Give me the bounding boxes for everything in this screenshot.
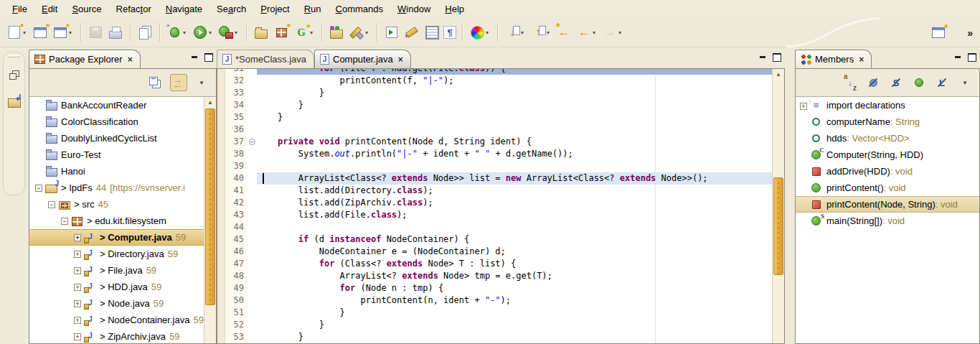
line-number[interactable]: 53: [225, 331, 248, 343]
annotation-ruler[interactable]: [217, 69, 225, 343]
expander-icon[interactable]: −: [48, 201, 55, 208]
code-line-53[interactable]: 53 }: [225, 331, 784, 343]
sort-button[interactable]: ↓: [842, 74, 859, 91]
last-edit-location-button[interactable]: ←: [554, 23, 574, 42]
dropdown-arrow-icon[interactable]: ▾: [209, 29, 215, 36]
member-item-main-string[interactable]: Smain(String[]) : void: [796, 213, 979, 229]
code-line-44[interactable]: 44: [225, 221, 784, 233]
show-public-button[interactable]: [910, 74, 928, 91]
code-line-31[interactable]: 31 for (File f : hdd.get(File.class)) {: [225, 69, 784, 75]
dropdown-arrow-icon[interactable]: ▾: [618, 29, 624, 36]
tree-item-bankaccountreader[interactable]: BankAccountReader: [29, 97, 216, 113]
close-icon[interactable]: ×: [859, 55, 864, 65]
editor-tab-someclass-java[interactable]: J*SomeClass.java: [217, 50, 314, 68]
dropdown-arrow-icon[interactable]: ▾: [365, 29, 371, 36]
line-number[interactable]: 52: [225, 319, 248, 331]
code-line-38[interactable]: 38 System.out.println("|-" + ident + " "…: [225, 148, 784, 160]
previous-annotation-button[interactable]: ↑▾: [528, 23, 554, 42]
line-number[interactable]: 42: [225, 197, 248, 209]
code-line-41[interactable]: 41 list.add(Directory.class);: [225, 185, 784, 197]
tree-item-ipdfs[interactable]: −> IpdFs44[https://svnserver.i: [29, 180, 216, 196]
expander-icon[interactable]: +: [74, 251, 81, 258]
member-item-import-declarations[interactable]: +≡import declarations: [796, 97, 979, 113]
scroll-up-icon[interactable]: ▲: [773, 69, 784, 79]
tree-item-directory-java[interactable]: +J> Directory.java59: [29, 246, 216, 262]
line-number[interactable]: 45: [225, 233, 248, 246]
line-number[interactable]: 41: [225, 185, 248, 197]
menu-refactor[interactable]: Refactor: [110, 1, 158, 17]
menu-source[interactable]: Source: [65, 1, 108, 17]
member-item-adddrive-hdd[interactable]: addDrive(HDD) : void: [796, 163, 979, 180]
expander-icon[interactable]: +: [74, 234, 81, 241]
code-line-39[interactable]: 39: [225, 160, 784, 172]
show-paragraphs-button[interactable]: ¶: [442, 25, 458, 39]
new-package-button[interactable]: [271, 23, 291, 42]
tree-item-src[interactable]: −> src45: [29, 196, 216, 213]
toolbar-overflow-chevron[interactable]: »: [963, 27, 977, 39]
dropdown-arrow-icon[interactable]: ▾: [69, 29, 75, 36]
code-line-51[interactable]: 51 }: [225, 307, 784, 319]
view-menu-button[interactable]: [193, 74, 210, 91]
hide-fields-button[interactable]: [864, 74, 882, 91]
expander-icon[interactable]: −: [61, 218, 68, 225]
fast-view-drag-handle[interactable]: [8, 55, 20, 57]
line-number[interactable]: 32: [225, 75, 248, 87]
line-number[interactable]: 43: [225, 209, 248, 221]
debug-button[interactable]: ▾: [164, 23, 190, 42]
tree-item-edu-kit-filesystem[interactable]: −> edu.kit.filesystem: [29, 213, 216, 229]
tree-item-doublylinkedcycliclist[interactable]: DoublyLinkedCyclicList: [29, 130, 216, 147]
hide-static-button[interactable]: S: [887, 74, 905, 91]
expander-icon[interactable]: +: [74, 300, 81, 307]
code-line-49[interactable]: 49 for (Node n : tmp) {: [225, 282, 784, 294]
minimize-button[interactable]: [189, 52, 199, 62]
hide-local-button[interactable]: L: [933, 74, 951, 91]
back-button[interactable]: ←▾: [574, 23, 600, 42]
line-number[interactable]: 46: [225, 246, 248, 258]
line-number[interactable]: 51: [225, 307, 248, 319]
tree-item-colorclassification[interactable]: ColorClassification: [29, 113, 216, 130]
line-number[interactable]: 40: [225, 172, 248, 185]
view-menu-button[interactable]: [956, 74, 974, 91]
tree-item-euro-test[interactable]: Euro-Test: [29, 147, 216, 163]
fast-view-folder-icon[interactable]: [6, 93, 22, 109]
line-number[interactable]: 31: [225, 69, 248, 75]
copy-resource-button[interactable]: [135, 23, 155, 42]
search-button[interactable]: ▾: [347, 23, 372, 42]
link-with-editor-button[interactable]: [170, 74, 187, 91]
member-item-computer-string-hdd[interactable]: CComputer(String, HDD): [796, 147, 979, 163]
close-icon[interactable]: ×: [128, 55, 133, 65]
code-editor[interactable]: 31 for (File f : hdd.get(File.class)) {3…: [225, 69, 784, 343]
code-line-35[interactable]: 35 }: [225, 111, 784, 124]
color-palette-button[interactable]: ▾: [467, 23, 493, 42]
line-number[interactable]: 44: [225, 221, 248, 233]
line-number[interactable]: 38: [225, 148, 248, 160]
member-item-printcontent-node-string[interactable]: printContent(Node, String) : void: [796, 196, 979, 213]
highlighter-button[interactable]: [402, 23, 422, 42]
dropdown-arrow-icon[interactable]: ▾: [593, 29, 598, 36]
code-line-36[interactable]: 36: [225, 124, 784, 136]
member-item-computername[interactable]: computerName : String: [796, 113, 979, 130]
code-line-52[interactable]: 52 }: [225, 319, 784, 331]
tree-item-computer-java[interactable]: +J> Computer.java59: [29, 229, 216, 246]
print-button[interactable]: [105, 23, 126, 42]
code-line-43[interactable]: 43 list.add(File.class);: [225, 209, 784, 221]
line-number[interactable]: 37: [225, 136, 248, 148]
dropdown-arrow-icon[interactable]: ▾: [235, 29, 240, 36]
tab-members[interactable]: Members ×: [795, 50, 872, 68]
menu-run[interactable]: Run: [298, 1, 328, 17]
tree-item-ziparchiv-java[interactable]: +J> ZipArchiv.java59: [29, 328, 216, 344]
tree-item-file-java[interactable]: +J> File.java59: [29, 262, 216, 279]
code-line-42[interactable]: 42 list.add(ZipArchiv.class);: [225, 197, 784, 209]
new-wizard-button[interactable]: ▾: [4, 23, 30, 42]
save-button[interactable]: [85, 23, 105, 42]
code-line-32[interactable]: 32 printContent(f, "|-");: [225, 75, 784, 87]
menu-edit[interactable]: Edit: [35, 1, 64, 17]
tree-item-hanoi[interactable]: Hanoi: [29, 163, 216, 180]
menu-window[interactable]: Window: [391, 1, 437, 17]
collapse-marker[interactable]: −: [249, 139, 255, 145]
line-number[interactable]: 47: [225, 258, 248, 270]
editor-tab-computer-java[interactable]: JComputer.java×: [314, 50, 411, 68]
new-window-wizard-button[interactable]: [30, 23, 50, 42]
code-line-40[interactable]: 40 ArrayList<Class<? extends Node>> list…: [225, 172, 784, 185]
dropdown-arrow-icon[interactable]: ▾: [23, 29, 29, 36]
